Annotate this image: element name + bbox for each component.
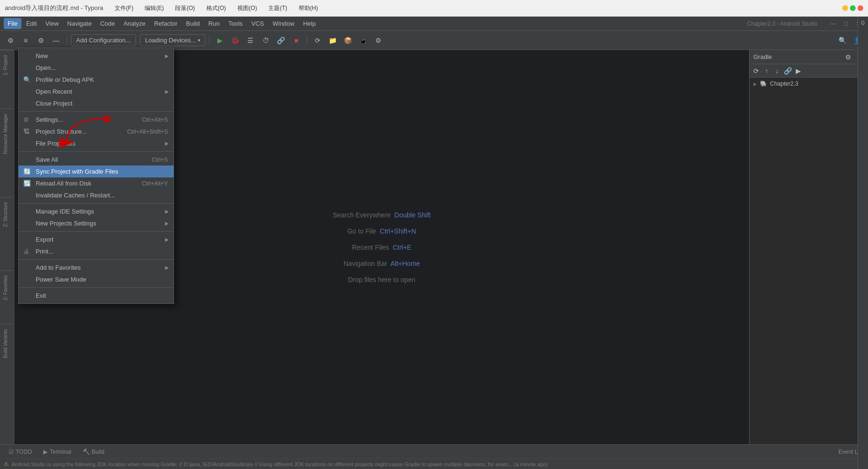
gradle-run[interactable]: ▶ <box>793 66 803 76</box>
tab-terminal[interactable]: ▶ Terminal <box>39 447 76 457</box>
menu-item-reload[interactable]: 🔃 Reload All from Disk Ctrl+Alt+Y <box>19 177 174 189</box>
menu-item-new-projects[interactable]: New Projects Settings <box>19 217 174 229</box>
menu-item-profile-apk[interactable]: 🔍 Profile or Debug APK <box>19 74 174 86</box>
menu-build[interactable]: Build <box>182 18 204 29</box>
separator-1 <box>19 111 174 112</box>
menu-item-favorites[interactable]: Add to Favorites <box>19 262 174 274</box>
menu-edit[interactable]: Edit <box>22 18 40 29</box>
typora-menu-format[interactable]: 格式(O) <box>205 3 228 13</box>
profile-button[interactable]: ⏱ <box>259 34 273 47</box>
gradle-collapse[interactable]: ↑ <box>762 66 771 76</box>
debug-button[interactable]: 🐞 <box>229 34 242 47</box>
menu-item-print[interactable]: 🖨 Print... <box>19 245 174 257</box>
toolbar-btn-4[interactable]: — <box>49 34 63 47</box>
loading-devices-button[interactable]: Loading Devices... ▾ <box>140 34 205 46</box>
menu-item-power-save[interactable]: Power Save Mode <box>19 274 174 285</box>
add-configuration-button[interactable]: Add Configuration... <box>71 34 136 46</box>
sidebar-tab-structure[interactable]: Z: Structure <box>0 197 14 232</box>
menu-item-open[interactable]: Open... <box>19 62 174 74</box>
stop-button[interactable]: ■ <box>290 34 303 47</box>
maximize-button[interactable] <box>850 5 856 11</box>
sidebar-tab-favorites[interactable]: 2: Favorites <box>0 270 14 305</box>
run-button[interactable]: ▶ <box>214 34 227 47</box>
menu-refactor[interactable]: Refactor <box>150 18 181 29</box>
gradle-refresh[interactable]: ⟳ <box>751 66 761 76</box>
right-strip: G <box>858 50 868 444</box>
menu-item-manage-ide[interactable]: Manage IDE Settings <box>19 205 174 217</box>
sidebar-tab-project[interactable]: 1: Project <box>0 50 14 80</box>
menu-run[interactable]: Run <box>205 18 224 29</box>
toolbar-btn-3[interactable]: ⚙ <box>34 34 48 47</box>
sidebar-tab-build-variants[interactable]: Build Variants <box>0 324 14 363</box>
gradle-arrow-icon: ▶ <box>753 81 757 87</box>
avd-manager-button[interactable]: 📱 <box>357 34 370 47</box>
toolbar-btn-1[interactable]: ⚙ <box>4 34 17 47</box>
toolbar-sep-2 <box>209 36 210 45</box>
bottom-bar: ☑ TODO ▶ Terminal 🔨 Build Event Log <box>0 444 868 459</box>
settings-icon: ⚙ <box>23 116 29 123</box>
typora-menu-para[interactable]: 段落(O) <box>173 3 196 13</box>
close-button[interactable] <box>858 5 863 11</box>
attach-debugger[interactable]: 🔗 <box>274 34 288 47</box>
reload-icon: 🔃 <box>23 180 31 187</box>
menu-tools[interactable]: Tools <box>224 18 246 29</box>
menu-file[interactable]: File <box>4 18 21 29</box>
menu-item-save-all[interactable]: Save All Ctrl+S <box>19 154 174 166</box>
menu-item-file-props[interactable]: File Properties <box>19 137 174 149</box>
typora-menu-edit[interactable]: 编辑(E) <box>143 3 166 13</box>
window-minimize[interactable]: ─ <box>828 19 838 28</box>
sdk-manager-button[interactable]: 📦 <box>341 34 355 47</box>
dropdown-arrow-icon: ▾ <box>198 38 200 43</box>
menu-item-open-recent[interactable]: Open Recent <box>19 86 174 98</box>
favorites-label: Add to Favorites <box>36 264 81 271</box>
gradle-project-item[interactable]: ▶ 🐘 Chapter2.3 <box>751 79 866 88</box>
sync-button[interactable]: ⟳ <box>311 34 324 47</box>
window-maximize[interactable]: □ <box>841 19 850 28</box>
typora-menu-theme[interactable]: 主题(T) <box>266 3 289 13</box>
menu-item-exit[interactable]: Exit <box>19 290 174 302</box>
hint-drop: Drop files here to open <box>348 276 416 283</box>
typora-title: android导入项目的流程.md - Typora <box>5 4 103 12</box>
menu-navigate[interactable]: Navigate <box>63 18 95 29</box>
gradle-title: Gradle <box>753 53 772 60</box>
menu-window[interactable]: Window <box>269 18 298 29</box>
menu-code[interactable]: Code <box>97 18 119 29</box>
gradle-settings[interactable]: ⚙ <box>843 52 853 62</box>
menu-item-close-project[interactable]: Close Project <box>19 98 174 109</box>
coverage-button[interactable]: ☰ <box>244 34 257 47</box>
separator-4 <box>19 231 174 232</box>
left-sidebar: 1: Project Resource Manager Z: Structure… <box>0 50 14 444</box>
tab-todo[interactable]: ☑ TODO <box>4 447 37 457</box>
save-all-shortcut: Ctrl+S <box>152 156 168 163</box>
gradle-tree: ▶ 🐘 Chapter2.3 <box>750 78 868 444</box>
menu-item-settings[interactable]: ⚙ Settings... Ctrl+Alt+S <box>19 114 174 126</box>
gradle-expand-tree[interactable]: ↓ <box>772 66 782 76</box>
menu-item-invalidate[interactable]: Invalidate Caches / Restart... <box>19 189 174 201</box>
gradle-project-icon: 🐘 <box>760 80 767 87</box>
menu-vcs[interactable]: VCS <box>247 18 268 29</box>
settings-button[interactable]: ⚙ <box>372 34 385 47</box>
gradle-sync-button[interactable]: 📁 <box>326 34 340 47</box>
menu-item-sync[interactable]: 🔄 Sync Project with Gradle Files <box>19 166 174 177</box>
typora-menu-help[interactable]: 帮助(H) <box>297 3 320 13</box>
reload-label: Reload All from Disk <box>36 180 91 187</box>
shortcut-goto: Ctrl+Shift+N <box>380 227 416 235</box>
menu-item-export[interactable]: Export <box>19 234 174 245</box>
menu-help[interactable]: Help <box>299 18 320 29</box>
toolbar-btn-2[interactable]: ≡ <box>19 34 32 47</box>
menu-analyze[interactable]: Analyze <box>120 18 149 29</box>
minimize-button[interactable] <box>842 5 848 11</box>
shortcut-recent: Ctrl+E <box>393 244 411 251</box>
search-everywhere-button[interactable]: 🔍 <box>836 34 849 47</box>
toolbar-sep-3 <box>307 36 307 45</box>
loading-devices-label: Loading Devices... <box>145 37 196 44</box>
menu-view[interactable]: View <box>41 18 62 29</box>
typora-menu-view[interactable]: 视图(O) <box>235 3 259 13</box>
tab-build[interactable]: 🔨 Build <box>78 447 109 457</box>
menu-item-new[interactable]: New <box>19 50 174 62</box>
warning-icon: ⚠ <box>4 461 9 467</box>
sidebar-tab-resource-manager[interactable]: Resource Manager <box>0 108 14 159</box>
menu-item-project-structure[interactable]: 🏗 Project Structure... Ctrl+Alt+Shift+S <box>19 126 174 137</box>
typora-menu-file[interactable]: 文件(F) <box>113 3 135 13</box>
gradle-link[interactable]: 🔗 <box>783 66 792 76</box>
